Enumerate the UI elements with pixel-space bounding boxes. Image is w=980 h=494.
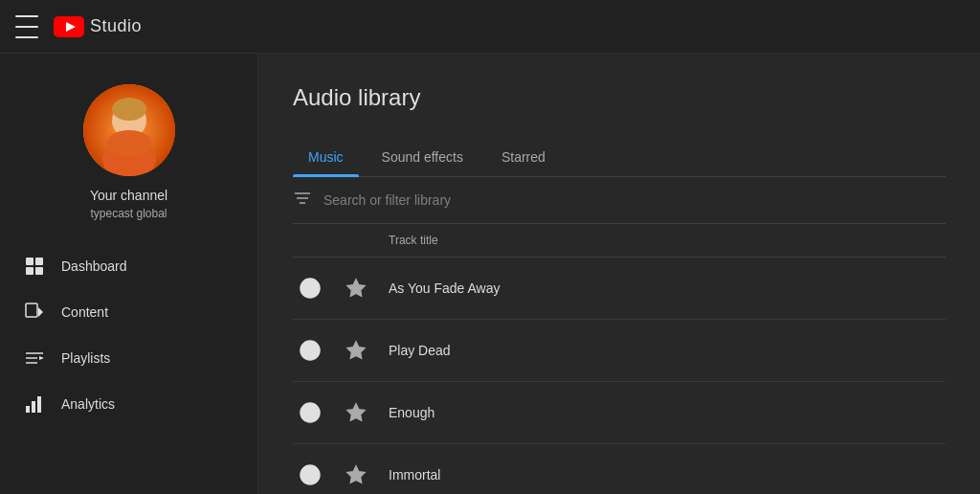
avatar <box>83 84 175 176</box>
track-title: Immortal <box>389 467 440 483</box>
table-row: As You Fade Away <box>293 258 946 320</box>
search-input[interactable] <box>323 192 946 208</box>
analytics-label: Analytics <box>61 396 115 412</box>
main-layout: Your channel typecast global Dashboard <box>0 54 980 494</box>
content-label: Content <box>61 304 108 320</box>
svg-marker-25 <box>347 280 365 296</box>
dashboard-icon <box>23 255 46 278</box>
youtube-icon <box>54 16 84 37</box>
svg-rect-10 <box>35 267 43 275</box>
table-row: Immortal <box>293 444 946 494</box>
analytics-icon <box>23 393 46 415</box>
track-title: Enough <box>389 405 434 420</box>
star-button[interactable] <box>339 395 373 430</box>
tab-music[interactable]: Music <box>293 138 359 176</box>
content-icon <box>23 301 46 324</box>
svg-point-6 <box>106 130 152 157</box>
sidebar-nav: Dashboard Content <box>0 243 257 427</box>
avatar-image <box>83 84 175 176</box>
content-area: Audio library Music Sound effects Starre… <box>258 54 980 494</box>
search-bar <box>293 177 946 224</box>
svg-rect-11 <box>26 303 37 317</box>
dashboard-label: Dashboard <box>61 258 127 274</box>
sidebar-item-playlists[interactable]: Playlists <box>0 335 257 381</box>
svg-marker-12 <box>38 307 43 317</box>
tab-sound-effects[interactable]: Sound effects <box>367 138 479 176</box>
svg-rect-17 <box>26 406 30 413</box>
play-button[interactable] <box>293 271 327 305</box>
svg-rect-8 <box>35 258 43 265</box>
svg-rect-18 <box>32 401 35 413</box>
svg-marker-28 <box>347 342 365 358</box>
sidebar-item-analytics[interactable]: Analytics <box>0 381 257 427</box>
star-button[interactable] <box>339 271 373 305</box>
svg-rect-19 <box>37 396 41 413</box>
topbar: Studio <box>0 0 980 54</box>
svg-point-5 <box>112 98 146 121</box>
star-button[interactable] <box>339 458 373 492</box>
track-list: Track title <box>293 224 946 494</box>
svg-marker-31 <box>347 404 365 420</box>
studio-label: Studio <box>90 16 142 36</box>
tabs: Music Sound effects Starred <box>293 138 946 177</box>
playlists-icon <box>23 347 46 370</box>
channel-name: Your channel <box>90 188 167 203</box>
track-title: Play Dead <box>389 343 451 358</box>
sidebar-item-content[interactable]: Content <box>0 289 257 335</box>
sidebar: Your channel typecast global Dashboard <box>0 54 258 494</box>
svg-rect-7 <box>26 258 33 265</box>
table-row: Enough <box>293 382 946 444</box>
play-button[interactable] <box>293 395 327 430</box>
svg-marker-16 <box>39 356 44 360</box>
track-list-header: Track title <box>293 224 946 258</box>
track-title: As You Fade Away <box>389 281 501 296</box>
track-title-header: Track title <box>389 234 946 247</box>
play-button[interactable] <box>293 333 327 368</box>
yt-logo: Studio <box>54 16 142 37</box>
page-title: Audio library <box>293 84 946 111</box>
table-row: Play Dead <box>293 320 946 382</box>
playlists-label: Playlists <box>61 350 110 366</box>
tab-starred[interactable]: Starred <box>486 138 561 176</box>
svg-marker-34 <box>347 466 365 483</box>
star-button[interactable] <box>339 333 373 368</box>
channel-handle: typecast global <box>90 207 167 220</box>
play-button[interactable] <box>293 458 327 492</box>
svg-rect-9 <box>26 267 33 275</box>
sidebar-item-dashboard[interactable]: Dashboard <box>0 243 257 289</box>
channel-info: Your channel typecast global <box>0 69 257 243</box>
menu-button[interactable] <box>15 15 38 38</box>
filter-icon <box>293 189 312 212</box>
